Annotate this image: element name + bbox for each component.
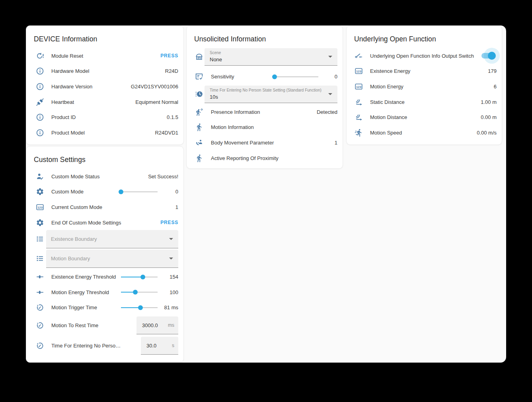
- product-model-row: Product Model R24DVD1: [26, 125, 183, 141]
- product-model-label: Product Model: [51, 130, 155, 136]
- motion-information-label: Motion Information: [211, 124, 337, 130]
- svg-text:123: 123: [37, 206, 43, 209]
- motion-energy-value: 6: [494, 84, 497, 90]
- sensitivity-row: Sensitivity 0: [187, 68, 343, 86]
- custom-mode-slider[interactable]: [121, 189, 158, 195]
- existence-energy-threshold-slider[interactable]: [121, 274, 158, 280]
- module-reset-label: Module Reset: [51, 53, 160, 59]
- time-setting-row: Time For Entering No Person State Settin…: [187, 86, 343, 103]
- product-id-label: Product ID: [51, 114, 167, 120]
- active-reporting-row: Active Reporting Of Proximity: [187, 150, 343, 166]
- motion-information-row: Motion Information: [187, 120, 343, 135]
- existence-energy-row: 123 Existence Energy 179: [347, 64, 502, 79]
- motion-to-rest-time-label: Motion To Rest Time: [51, 322, 136, 328]
- chevron-down-icon: [169, 258, 173, 260]
- proximity-icon: [194, 153, 204, 163]
- distance-icon: [354, 97, 363, 107]
- heartbeat-value: Equipment Normal: [135, 99, 178, 105]
- static-distance-value: 1.00 m: [481, 99, 497, 105]
- time-entering-no-person-field: s: [141, 337, 178, 355]
- slider-icon: [35, 287, 45, 297]
- current-custom-mode-value: 1: [175, 204, 178, 210]
- body-movement-parameter-label: Body Movement Parameter: [211, 140, 335, 146]
- motion-boundary-label: Motion Boundary: [51, 256, 90, 261]
- time-setting-select-value: 10s: [210, 94, 218, 100]
- body-movement-parameter-row: Body Movement Parameter 1: [187, 135, 343, 150]
- current-custom-mode-row: 123 Current Custom Mode 1: [26, 199, 183, 215]
- motion-trigger-time-slider[interactable]: [121, 305, 158, 310]
- custom-mode-status-label: Custom Mode Status: [51, 174, 148, 180]
- time-setting-select-label: Time For Entering No Person State Settin…: [210, 88, 322, 92]
- info-icon: [35, 128, 45, 137]
- end-of-custom-mode-row: End Of Custom Mode Settings PRESS: [26, 215, 183, 230]
- switch-icon: [354, 51, 363, 60]
- hardware-version-value: G24VD1SYV001006: [131, 84, 178, 90]
- info-icon: [35, 113, 45, 122]
- motion-trigger-time-row: Motion Trigger Time 81 ms: [26, 300, 183, 316]
- walking-person-icon: [194, 123, 204, 132]
- fact-check-icon: [194, 72, 204, 82]
- chevron-down-icon: [328, 56, 332, 58]
- plug-icon: [35, 97, 45, 107]
- timer-icon: [35, 321, 45, 330]
- existence-boundary-label: Existence Boundary: [51, 236, 97, 242]
- existence-energy-value: 179: [488, 68, 497, 74]
- motion-boundary-select[interactable]: Motion Boundary: [46, 250, 178, 268]
- time-entering-no-person-input[interactable]: [146, 343, 170, 349]
- clock-icon: [194, 90, 204, 99]
- motion-energy-threshold-row: Motion Energy Threshold 100: [26, 285, 183, 300]
- static-distance-label: Static Distance: [370, 99, 481, 105]
- output-switch-toggle[interactable]: [481, 52, 496, 60]
- timer-icon: [35, 341, 45, 351]
- time-entering-no-person-unit: s: [172, 343, 174, 348]
- motion-distance-value: 0.00 m: [481, 114, 497, 120]
- motion-to-rest-time-input[interactable]: [142, 322, 166, 328]
- motion-trigger-time-value: 81 ms: [161, 304, 178, 310]
- motion-to-rest-time-unit: ms: [168, 322, 174, 328]
- slider-icon: [35, 272, 45, 282]
- toggle-thumb: [488, 52, 496, 60]
- numbers-icon: 123: [35, 202, 45, 212]
- svg-text:123: 123: [356, 85, 361, 89]
- motion-to-rest-time-row: Motion To Rest Time ms: [26, 316, 183, 334]
- existence-energy-label: Existence Energy: [370, 68, 488, 74]
- module-reset-row: Module Reset PRESS: [26, 48, 183, 64]
- time-entering-no-person-label: Time For Entering No Perso…: [51, 343, 141, 349]
- end-of-custom-mode-press-button[interactable]: PRESS: [160, 220, 178, 225]
- existence-energy-threshold-row: Existence Energy Threshold 154: [26, 269, 183, 285]
- underlying-open-function-card: Underlying Open Function Underlying Open…: [346, 25, 502, 145]
- sensitivity-slider[interactable]: [275, 74, 318, 80]
- list-icon: [35, 234, 45, 244]
- hardware-model-value: R24D: [165, 68, 178, 74]
- custom-settings-title: Custom Settings: [26, 146, 183, 169]
- presence-information-value: Detected: [317, 109, 337, 115]
- existence-energy-threshold-value: 154: [161, 274, 178, 280]
- screen-background: { "colors": { "background": "#000000", "…: [0, 0, 532, 402]
- end-of-custom-mode-label: End Of Custom Mode Settings: [51, 220, 160, 226]
- time-setting-select[interactable]: Time For Entering No Person State Settin…: [205, 86, 337, 103]
- distance-icon: [354, 113, 363, 122]
- presence-information-row: Presence Information Detected: [187, 104, 343, 120]
- heartbeat-label: Heartbeat: [51, 99, 135, 105]
- scene-select-label: Scene: [210, 51, 221, 55]
- existence-boundary-select[interactable]: Existence Boundary: [46, 230, 178, 248]
- unsolicited-information-card: Unsolicited Information Scene None Sensi…: [186, 25, 343, 169]
- gear-icon: [35, 187, 45, 197]
- motion-speed-label: Motion Speed: [370, 130, 477, 136]
- motion-energy-threshold-slider[interactable]: [121, 289, 158, 295]
- info-icon: [35, 66, 45, 76]
- gear-icon: [35, 218, 45, 227]
- custom-mode-label: Custom Mode: [51, 189, 121, 195]
- custom-mode-value: 0: [161, 189, 178, 195]
- scene-select[interactable]: Scene None: [205, 48, 337, 66]
- module-reset-press-button[interactable]: PRESS: [160, 53, 178, 59]
- existence-boundary-row: Existence Boundary: [26, 230, 183, 248]
- speed-icon: [354, 128, 363, 137]
- output-switch-label: Underlying Open Function Info Output Swi…: [370, 53, 481, 59]
- active-reporting-label: Active Reporting Of Proximity: [211, 155, 337, 161]
- product-id-row: Product ID 0.1.5: [26, 109, 183, 125]
- numbers-icon: 123: [354, 66, 363, 76]
- person-check-icon: [35, 172, 45, 181]
- custom-settings-card: Custom Settings Custom Mode Status Set S…: [26, 146, 184, 363]
- motion-distance-label: Motion Distance: [370, 114, 481, 120]
